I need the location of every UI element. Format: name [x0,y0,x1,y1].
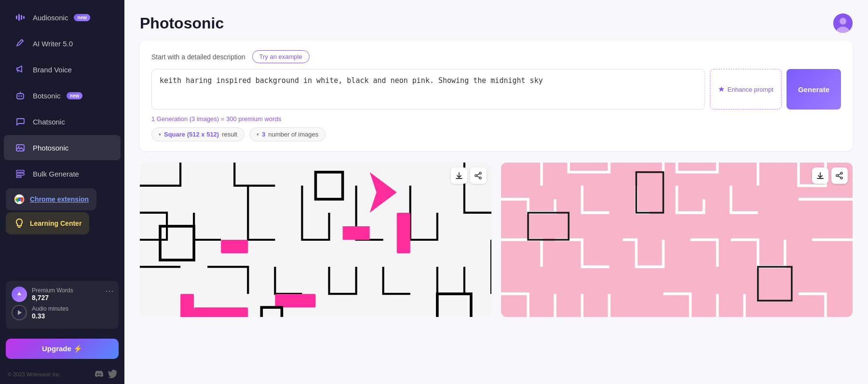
page-title: Photosonic [140,14,224,32]
image-gallery [124,151,868,329]
upgrade-label: Upgrade ⚡ [42,344,82,353]
avatar[interactable] [833,14,853,33]
svg-rect-3 [23,16,25,19]
svg-point-32 [475,175,477,177]
svg-rect-4 [17,94,24,99]
discord-icon[interactable] [95,370,103,379]
sidebar: Audiosonic new AI Writer 5.0 Brand Voice [0,0,124,384]
wave-icon [14,11,27,24]
audio-minutes-icon [12,305,27,320]
sidebar-item-ai-writer[interactable]: AI Writer 5.0 [4,31,121,56]
sidebar-item-label: Chatsonic [33,118,65,126]
megaphone-icon [14,63,27,76]
sidebar-item-label: Photosonic [33,144,68,152]
svg-point-14 [18,198,21,201]
sidebar-item-photosonic[interactable]: Photosonic [4,135,121,160]
bulk-icon [14,167,27,180]
svg-rect-0 [16,15,17,19]
sidebar-item-label: Brand Voice [33,66,72,74]
chrome-extension-button[interactable]: Chrome extension [6,188,96,210]
premium-words-icon [12,287,27,302]
generation-info: 1 Generation (3 images) = 300 premium wo… [151,115,841,123]
size-value: Square (512 x 512) [164,131,219,138]
svg-rect-22 [275,294,315,307]
svg-marker-15 [18,310,22,315]
main-content: Photosonic Start with a detailed descrip… [124,0,868,384]
learning-center-label: Learning Center [30,219,81,227]
size-dropdown[interactable]: ▾ Square (512 x 512) result [151,127,244,141]
sidebar-item-chatsonic[interactable]: Chatsonic [4,109,121,134]
chevron-down-icon: ▾ [159,132,161,137]
premium-words-value: 8,727 [32,294,73,302]
chrome-icon [14,193,25,205]
premium-words-label: Premium Words [32,287,73,294]
generate-button[interactable]: Generate [787,69,841,110]
enhance-prompt-button[interactable]: Enhance prompt [710,69,782,110]
download-icon [455,172,463,179]
maze-pattern-svg-2 [501,163,853,317]
download-button-1[interactable] [451,167,467,184]
lightbulb-icon [14,218,25,229]
prompt-card: Start with a detailed description Try an… [140,41,853,151]
svg-point-6 [21,96,22,97]
audio-minutes-value: 0.33 [32,312,68,320]
sidebar-item-botsonic[interactable]: Botsonic new [4,83,121,108]
svg-point-39 [836,175,838,177]
svg-rect-21 [221,240,248,253]
images-count-dropdown[interactable]: ▾ 3 number of images [249,127,326,141]
sidebar-item-label: AI Writer 5.0 [33,40,73,48]
svg-rect-24 [397,213,410,253]
sidebar-footer: © 2023 Writesonic Inc. [0,365,124,384]
more-button[interactable]: ⋯ [105,286,114,296]
upgrade-button[interactable]: Upgrade ⚡ [6,339,119,359]
new-badge: new [74,14,90,21]
share-icon [475,172,482,179]
images-count-value: 3 [262,131,265,138]
try-example-button[interactable]: Try an example [252,50,310,63]
photo-icon [14,141,27,154]
enhance-label: Enhance prompt [728,86,773,93]
sidebar-item-bulk-generate[interactable]: Bulk Generate [4,161,121,186]
share-button-2[interactable] [831,167,848,184]
sparkle-icon [718,86,725,93]
sidebar-item-label: Audiosonic [33,14,68,22]
audio-minutes-row: Audio minutes 0.33 [12,305,113,320]
generated-image-2 [501,163,853,317]
image-2-actions [812,167,848,184]
chevron-down-icon: ▾ [257,132,259,137]
svg-rect-2 [21,15,22,20]
svg-point-7 [20,92,21,93]
chat-icon [14,115,27,128]
share-icon [836,172,843,179]
chrome-extension-label: Chrome extension [30,195,89,203]
sidebar-nav: Audiosonic new AI Writer 5.0 Brand Voice [0,0,124,275]
svg-rect-23 [180,294,194,317]
learning-center-button[interactable]: Learning Center [6,212,89,234]
sidebar-item-label: Bulk Generate [33,170,79,178]
svg-point-5 [18,96,20,97]
maze-pattern-svg-1 [140,163,491,317]
sidebar-item-brand-voice[interactable]: Brand Voice [4,57,121,82]
bot-icon [14,89,27,102]
download-icon [816,172,824,179]
svg-rect-25 [194,307,248,317]
svg-point-17 [840,18,846,25]
prompt-description-text: Start with a detailed description [151,53,245,61]
copyright-text: © 2023 Writesonic Inc. [8,371,61,377]
prompt-textarea[interactable]: keith haring inspired background in whit… [151,69,705,110]
svg-rect-10 [16,170,24,172]
share-button-1[interactable] [470,167,487,184]
svg-rect-1 [18,14,20,21]
image-1-actions [451,167,487,184]
premium-words-row: Premium Words 8,727 [12,287,113,302]
twitter-icon[interactable] [108,370,117,379]
download-button-2[interactable] [812,167,828,184]
svg-rect-12 [16,176,21,178]
audio-minutes-label: Audio minutes [32,305,68,312]
new-badge: new [67,92,82,99]
generated-image-1 [140,163,491,317]
pen-icon [14,37,27,50]
sidebar-item-label: Botsonic [33,92,61,100]
main-header: Photosonic [124,0,868,41]
sidebar-item-audiosonic[interactable]: Audiosonic new [4,5,121,30]
